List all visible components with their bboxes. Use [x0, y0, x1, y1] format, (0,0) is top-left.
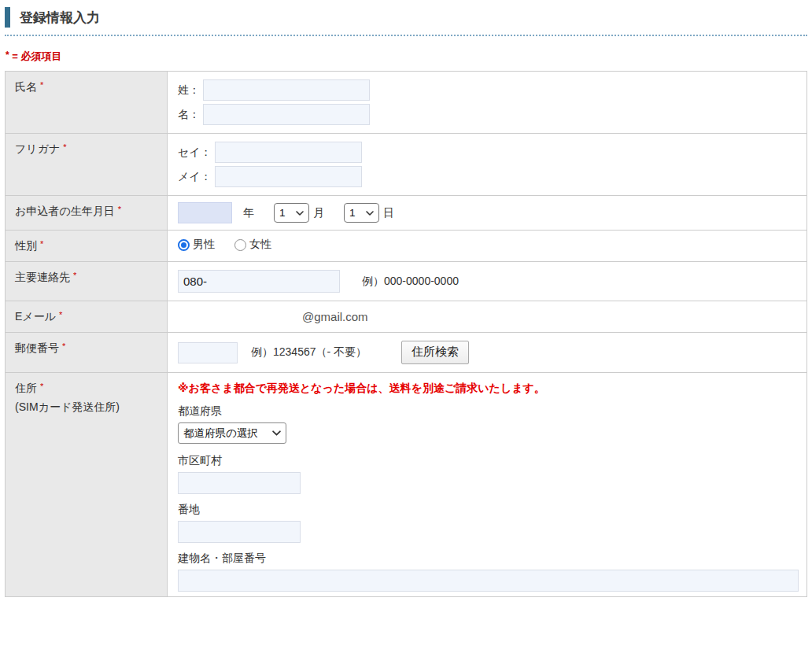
row-label-address: 住所* (SIMカード発送住所) [6, 373, 168, 597]
mei-label: メイ： [178, 170, 212, 184]
prefecture-select[interactable]: 都道府県の選択 [178, 422, 286, 444]
row-name: 氏名* 姓： 名： [6, 72, 807, 134]
chevron-down-icon [272, 430, 281, 436]
row-birthdate: お申込者の生年月日* 年 1 月 1 [6, 196, 807, 231]
required-asterisk: * [59, 310, 62, 319]
chevron-down-icon [366, 211, 374, 216]
row-phone: 主要連絡先* 例）000-0000-0000 [6, 262, 807, 301]
gender-male-label: 男性 [193, 238, 215, 252]
birth-year-input[interactable] [178, 202, 232, 223]
prefecture-label: 都道府県 [178, 404, 799, 419]
row-label-email: Eメール* [6, 301, 168, 333]
city-label: 市区町村 [178, 454, 799, 468]
row-furigana: フリガナ* セイ： メイ： [6, 134, 807, 196]
page-title: 登録情報入力 [20, 9, 100, 27]
required-asterisk: * [40, 80, 43, 90]
required-asterisk: * [73, 271, 76, 280]
required-note-asterisk: * [6, 50, 9, 61]
last-name-input[interactable] [203, 79, 370, 101]
street-input[interactable] [178, 521, 301, 543]
reshipment-warning-text: ※お客さま都合で再発送となった場合は、送料を別途ご請求いたします。 [178, 382, 799, 396]
chevron-down-icon [296, 211, 304, 216]
gender-radio-group: 男性 女性 [178, 235, 799, 253]
birth-day-select[interactable]: 1 [344, 203, 379, 223]
building-label: 建物名・部屋番号 [178, 552, 799, 566]
email-domain-text: @gmail.com [302, 310, 368, 323]
required-asterisk: * [118, 205, 121, 214]
month-unit-label: 月 [313, 206, 324, 220]
address-search-button[interactable]: 住所検索 [401, 341, 469, 364]
row-label-postal: 郵便番号* [6, 333, 168, 373]
required-asterisk: * [40, 382, 43, 391]
birth-month-select[interactable]: 1 [274, 203, 309, 223]
row-label-phone: 主要連絡先* [6, 262, 168, 301]
phone-input[interactable] [178, 270, 340, 293]
last-name-label: 姓： [178, 83, 200, 98]
first-name-label: 名： [178, 108, 200, 122]
gender-option-female[interactable]: 女性 [234, 238, 271, 252]
row-address: 住所* (SIMカード発送住所) ※お客さま都合で再発送となった場合は、送料を別… [6, 373, 807, 597]
address-sublabel: (SIMカード発送住所) [15, 400, 162, 415]
day-unit-label: 日 [383, 206, 394, 220]
phone-example-text: 例）000-0000-0000 [362, 275, 459, 289]
section-header: 登録情報入力 [5, 7, 807, 36]
mei-input[interactable] [215, 166, 362, 187]
required-asterisk: * [62, 341, 65, 351]
row-label-gender: 性別* [6, 231, 168, 262]
gender-option-male[interactable]: 男性 [178, 238, 215, 252]
year-unit-label: 年 [243, 206, 254, 220]
sei-input[interactable] [215, 142, 362, 163]
gender-female-label: 女性 [249, 238, 271, 252]
postal-example-text: 例）1234567（- 不要） [251, 345, 367, 360]
registration-page: 登録情報入力 * = 必須項目 氏名* 姓： 名： [0, 0, 812, 653]
row-gender: 性別* 男性 女性 [6, 231, 807, 262]
title-accent-bar [5, 7, 10, 28]
row-postal: 郵便番号* 例）1234567（- 不要） 住所検索 [6, 333, 807, 373]
street-label: 番地 [178, 503, 799, 517]
required-note: * = 必須項目 [6, 50, 807, 64]
row-label-name: 氏名* [6, 72, 168, 134]
first-name-input[interactable] [203, 104, 370, 125]
sei-label: セイ： [178, 146, 212, 160]
radio-unselected-icon [234, 239, 246, 251]
city-input[interactable] [178, 472, 301, 494]
row-label-birthdate: お申込者の生年月日* [6, 196, 168, 231]
radio-selected-icon [178, 239, 190, 251]
registration-form-table: 氏名* 姓： 名： フリガナ* セイ： [5, 71, 807, 597]
required-asterisk: * [63, 142, 66, 152]
required-note-text: = 必須項目 [12, 50, 61, 62]
postal-code-input[interactable] [178, 342, 238, 363]
row-email: Eメール* @gmail.com [6, 301, 807, 333]
building-input[interactable] [178, 570, 799, 592]
required-asterisk: * [40, 239, 43, 249]
row-label-furigana: フリガナ* [6, 134, 168, 196]
